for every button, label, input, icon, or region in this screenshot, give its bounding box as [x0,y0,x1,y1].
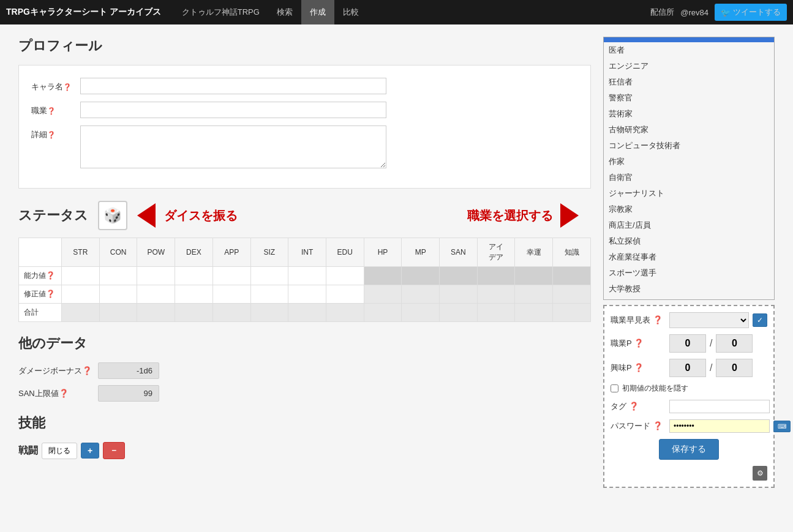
con-ability[interactable] [99,267,137,285]
plus-button[interactable]: + [81,443,99,459]
occupation-item-4[interactable]: 芸術家 [604,106,774,122]
minus-button[interactable]: － [103,442,125,459]
occupation-item-13[interactable]: 水産業従事者 [604,249,774,265]
occupation-list[interactable]: 医者 エンジニア 狂信者 警察官 芸術家 古物研究家 コンピュータ技術者 作家 … [603,37,775,300]
details-help-icon[interactable]: ❓ [47,131,56,138]
san-modifier[interactable] [440,285,478,304]
pow-modifier[interactable] [137,285,175,304]
siz-ability[interactable] [250,267,288,285]
shokugyo-p-input2[interactable] [716,334,753,353]
close-button[interactable]: 閉じる [42,443,77,459]
int-ability-input[interactable] [291,272,323,280]
chara-input[interactable] [80,78,386,94]
hide-initial-checkbox[interactable] [611,384,618,392]
str-modifier-input[interactable] [64,290,97,299]
str-ability[interactable] [62,267,100,285]
haishinjo-link[interactable]: 配信所 [650,7,674,18]
shokugyo-p-input1[interactable] [669,334,706,353]
app-modifier[interactable] [212,285,250,304]
str-modifier[interactable] [62,285,100,304]
dex-modifier-input[interactable] [178,290,210,299]
hp-modifier-input[interactable] [367,290,399,299]
edu-modifier-input[interactable] [329,290,361,299]
occupation-item-16[interactable]: タレント [604,297,774,300]
occupation-check-button[interactable]: ✓ [753,313,767,327]
password-icon-button[interactable]: ⌨ [773,421,791,432]
kyomi-p-input1[interactable] [669,359,706,377]
occupation-item-12[interactable]: 私立探偵 [604,233,774,249]
occupation-item-15[interactable]: 大学教授 [604,281,774,297]
app-ability[interactable] [212,267,250,285]
occupation-item-5[interactable]: 古物研究家 [604,122,774,138]
nav-item-cthulhu[interactable]: クトゥルフ神話TRPG [173,0,268,24]
pow-ability-input[interactable] [140,272,172,280]
app-ability-input[interactable] [216,272,248,280]
kyomi-p-input2[interactable] [716,359,753,377]
knowledge-modifier-input[interactable] [555,290,588,299]
shokugyo-input[interactable] [80,102,386,118]
int-ability[interactable] [288,267,326,285]
int-modifier[interactable] [288,285,326,304]
dex-ability[interactable] [175,267,213,285]
luck-modifier-input[interactable] [517,290,550,299]
tag-help-icon[interactable]: ❓ [629,402,639,411]
occupation-item-10[interactable]: 宗教家 [604,201,774,217]
modifier-help-icon[interactable]: ❓ [46,290,55,298]
siz-modifier-input[interactable] [254,290,286,299]
idea-modifier-input[interactable] [480,290,513,299]
details-textarea[interactable] [80,126,386,168]
san-max-help-icon[interactable]: ❓ [59,389,69,398]
str-ability-input[interactable] [64,272,97,280]
pow-ability[interactable] [137,267,175,285]
mp-modifier-input[interactable] [404,290,437,299]
edu-ability[interactable] [326,267,364,285]
app-modifier-input[interactable] [216,290,248,299]
con-modifier-input[interactable] [102,290,135,299]
idea-modifier[interactable] [477,285,515,304]
settings-icon-button[interactable]: ⚙ [753,466,767,481]
dex-modifier[interactable] [175,285,213,304]
tag-input[interactable] [669,400,770,413]
chara-help-icon[interactable]: ❓ [63,83,72,91]
occupation-quick-select[interactable] [669,312,749,328]
occupation-item-3[interactable]: 警察官 [604,90,774,106]
kyomi-p-help-icon[interactable]: ❓ [634,363,644,372]
occupation-item-2[interactable]: 狂信者 [604,74,774,90]
damage-bonus-help-icon[interactable]: ❓ [82,366,92,375]
con-ability-input[interactable] [102,272,135,280]
san-modifier-input[interactable] [442,290,475,299]
hp-modifier[interactable] [364,285,402,304]
int-modifier-input[interactable] [291,290,323,299]
password-input[interactable] [669,419,770,433]
occupation-item-6[interactable]: コンピュータ技術者 [604,138,774,154]
siz-ability-input[interactable] [254,272,286,280]
occupation-item-0[interactable]: 医者 [604,42,774,58]
occupation-item-empty[interactable] [604,37,774,42]
occupation-item-14[interactable]: スポーツ選手 [604,265,774,281]
knowledge-modifier[interactable] [553,285,591,304]
occupation-item-11[interactable]: 商店主/店員 [604,217,774,233]
nav-item-compare[interactable]: 比較 [334,0,367,24]
dex-ability-input[interactable] [178,272,210,280]
save-button[interactable]: 保存する [659,439,719,460]
shokugyo-p-help-icon[interactable]: ❓ [634,339,644,348]
nav-item-search[interactable]: 検索 [268,0,301,24]
password-help-icon[interactable]: ❓ [653,421,663,430]
occupation-item-9[interactable]: ジャーナリスト [604,185,774,201]
shokugyo-help-icon[interactable]: ❓ [47,107,56,114]
occupation-quick-help-icon[interactable]: ❓ [653,315,663,324]
occupation-item-1[interactable]: エンジニア [604,58,774,74]
edu-ability-input[interactable] [329,272,361,280]
occupation-item-8[interactable]: 自衛官 [604,170,774,185]
mp-modifier[interactable] [402,285,440,304]
dice-button[interactable]: 🎲 [98,201,127,230]
edu-modifier[interactable] [326,285,364,304]
nav-item-create[interactable]: 作成 [301,0,334,24]
con-modifier[interactable] [99,285,137,304]
ability-help-icon[interactable]: ❓ [46,271,55,280]
pow-modifier-input[interactable] [140,290,172,299]
tweet-button[interactable]: 🐦 ツイートする [715,4,787,21]
luck-modifier[interactable] [515,285,553,304]
occupation-item-7[interactable]: 作家 [604,154,774,170]
user-link[interactable]: @rev84 [680,8,708,17]
